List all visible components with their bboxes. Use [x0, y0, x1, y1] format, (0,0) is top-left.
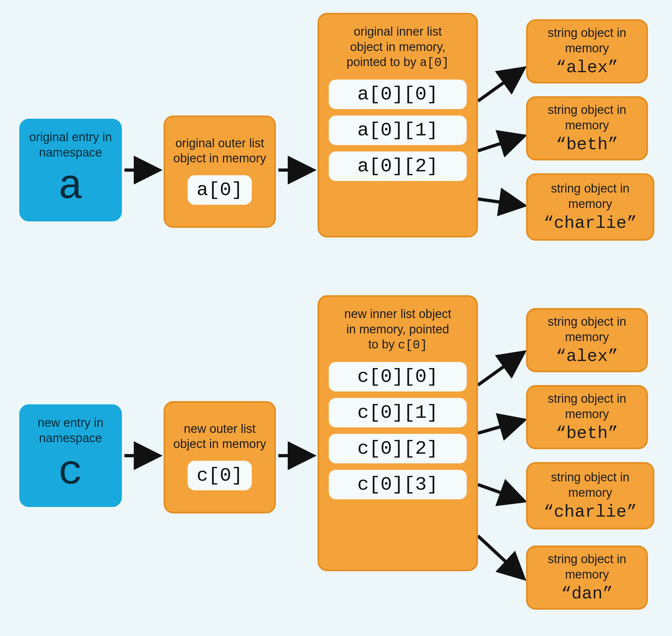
string-c3-label: string object in memory: [534, 552, 640, 582]
inner-list-a-label: original inner list object in memory, po…: [346, 24, 449, 71]
string-a0-box: string object in memory “alex”: [526, 19, 648, 83]
outer-list-a-box: original outer list object in memory a[0…: [164, 116, 276, 228]
namespace-a-label: original entry in namespace: [26, 130, 116, 160]
string-c0-value: “alex”: [556, 346, 618, 366]
inner-list-a-item-2: a[0][2]: [329, 152, 467, 181]
string-a1-value: “beth”: [556, 135, 618, 154]
string-a1-label: string object in memory: [534, 102, 640, 133]
inner-list-a-item-1: a[0][1]: [329, 116, 467, 145]
svg-line-10: [478, 536, 523, 578]
namespace-c-label: new entry in namespace: [26, 415, 116, 446]
svg-line-7: [478, 353, 523, 385]
string-a2-box: string object in memory “charlie”: [526, 173, 654, 241]
string-c1-value: “beth”: [556, 423, 618, 443]
string-a2-label: string object in memory: [534, 181, 646, 212]
string-c0-box: string object in memory “alex”: [526, 308, 648, 372]
namespace-c-box: new entry in namespace c: [19, 404, 122, 507]
outer-list-a-label: original outer list object in memory: [171, 136, 268, 166]
inner-list-c-box: new inner list object in memory, pointed…: [318, 295, 478, 571]
inner-list-c-item-3: c[0][3]: [329, 470, 467, 499]
string-c0-label: string object in memory: [534, 314, 640, 345]
string-c2-label: string object in memory: [534, 470, 646, 500]
outer-list-c-label: new outer list object in memory: [171, 421, 268, 452]
svg-line-2: [478, 69, 523, 101]
inner-list-a-item-0: a[0][0]: [329, 80, 467, 109]
namespace-a-box: original entry in namespace a: [19, 119, 122, 221]
string-a2-value: “charlie”: [543, 213, 637, 233]
outer-list-c-box: new outer list object in memory c[0]: [164, 401, 276, 513]
inner-list-c-label: new inner list object in memory, pointed…: [344, 306, 451, 353]
svg-line-4: [478, 199, 523, 205]
inner-list-c-item-2: c[0][2]: [329, 434, 467, 463]
svg-line-3: [478, 136, 523, 151]
string-a0-value: “alex”: [556, 58, 618, 77]
string-a0-label: string object in memory: [534, 25, 640, 56]
inner-list-c-item-0: c[0][0]: [329, 362, 467, 392]
svg-line-9: [478, 484, 523, 501]
string-c3-value: “dan”: [561, 584, 613, 603]
outer-list-c-item: c[0]: [188, 461, 252, 490]
inner-list-a-box: original inner list object in memory, po…: [318, 13, 478, 237]
outer-list-a-item: a[0]: [188, 175, 252, 205]
string-c3-box: string object in memory “dan”: [526, 545, 648, 610]
string-c2-value: “charlie”: [543, 502, 637, 522]
string-a1-box: string object in memory “beth”: [526, 96, 648, 160]
svg-line-8: [478, 420, 523, 433]
string-c1-box: string object in memory “beth”: [526, 385, 648, 449]
namespace-a-var: a: [58, 163, 83, 211]
string-c1-label: string object in memory: [534, 391, 640, 422]
string-c2-box: string object in memory “charlie”: [526, 462, 654, 530]
namespace-c-var: c: [58, 449, 83, 496]
inner-list-c-item-1: c[0][1]: [329, 398, 467, 428]
